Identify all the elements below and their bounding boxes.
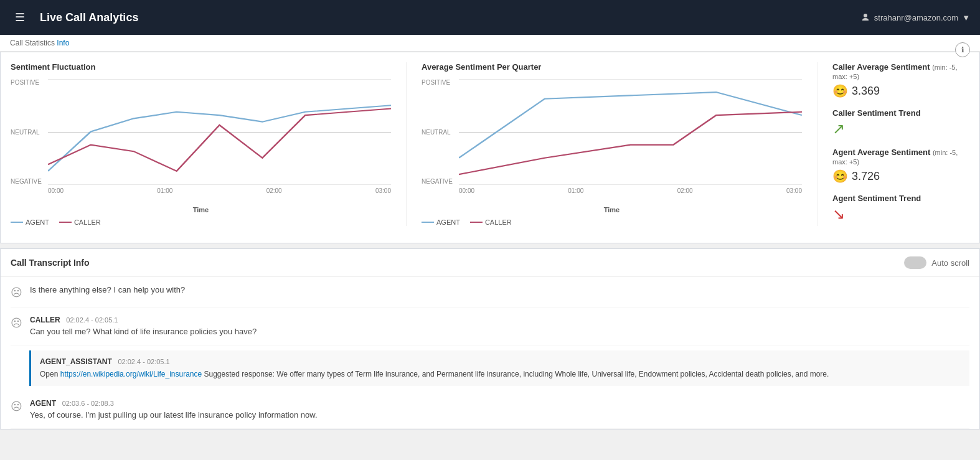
agent-trend-icon: ↘ — [832, 205, 969, 223]
sf-legend-caller-line — [59, 222, 72, 223]
as-y-labels: POSITIVE NEUTRAL NEGATIVE — [422, 79, 459, 185]
caller-trend-group: Caller Sentiment Trend ↗ — [832, 108, 969, 138]
transcript-icon-2: ☹ — [11, 316, 22, 330]
top-info-bar: Call Statistics Info — [0, 35, 980, 52]
agent-smiley-icon: 😊 — [832, 169, 848, 184]
sf-x-title: Time — [11, 206, 391, 214]
transcript-panel: Call Transcript Info Auto scroll ☹ Is th… — [0, 248, 980, 429]
app-header: ☰ Live Call Analytics strahanr@amazon.co… — [0, 0, 980, 35]
user-icon — [860, 12, 870, 22]
page-info-button[interactable]: ℹ — [955, 42, 970, 57]
user-email: strahanr@amazon.com — [874, 13, 958, 22]
caller-trend-label: Caller Sentiment Trend — [832, 108, 969, 118]
app-title: Live Call Analytics — [40, 11, 138, 24]
agent-assistant-block: AGENT_ASSISTANT 02:02.4 - 02:05.1 Open h… — [29, 350, 969, 386]
caller-smiley-icon: 😊 — [832, 83, 848, 98]
sentiment-fluctuation-title: Sentiment Fluctuation — [11, 62, 391, 72]
sf-legend-caller: CALLER — [59, 218, 101, 226]
sidebar-toggle-button[interactable]: ☰ — [10, 8, 30, 27]
agent-avg-group: Agent Average Sentiment (min: -5, max: +… — [832, 148, 969, 184]
assistant-meta: AGENT_ASSISTANT 02:02.4 - 02:05.1 — [40, 357, 961, 366]
toggle-slider — [904, 256, 926, 269]
avg-sentiment-title: Average Sentiment Per Quarter — [422, 62, 802, 72]
assistant-time: 02:02.4 - 02:05.1 — [118, 358, 169, 365]
transcript-item: ☹ Is there anything else? I can help you… — [11, 277, 969, 307]
transcript-body: ☹ Is there anything else? I can help you… — [1, 277, 979, 429]
transcript-header: Call Transcript Info Auto scroll — [1, 249, 979, 277]
agent-avg-label: Agent Average Sentiment (min: -5, max: +… — [832, 148, 969, 166]
as-caller-line — [459, 79, 802, 184]
caller-avg-value-row: 😊 3.369 — [832, 83, 969, 98]
as-legend-agent-line — [422, 222, 434, 223]
transcript-text-4: Yes, of course. I'm just pulling up our … — [30, 410, 969, 421]
transcript-text-1: Is there anything else? I can help you w… — [30, 285, 185, 294]
call-stats-label: Call Statistics — [10, 39, 57, 47]
transcript-meta-2: CALLER 02:02.4 - 02:05.1 — [30, 315, 969, 324]
auto-scroll-label: Auto scroll — [931, 258, 969, 268]
transcript-speaker-2: CALLER — [30, 316, 60, 324]
sf-x-labels: 00:00 01:00 02:00 03:00 — [48, 185, 391, 204]
as-legend-agent-label: AGENT — [436, 218, 460, 226]
main-content: Call Statistics Info Sentiment Fluctuati… — [0, 35, 980, 429]
sf-plot — [48, 79, 391, 185]
sf-legend-agent-label: AGENT — [26, 218, 49, 226]
sf-legend: AGENT CALLER — [11, 218, 391, 226]
auto-scroll-area: Auto scroll — [904, 256, 969, 269]
hamburger-icon: ☰ — [15, 11, 25, 24]
auto-scroll-toggle[interactable] — [904, 256, 926, 269]
agent-trend-group: Agent Sentiment Trend ↘ — [832, 194, 969, 223]
transcript-item: ☹ CALLER 02:02.4 - 02:05.1 Can you tell … — [11, 307, 969, 345]
as-legend-caller-label: CALLER — [485, 218, 512, 226]
sf-legend-caller-label: CALLER — [74, 218, 101, 226]
transcript-title-area: Call Transcript Info — [11, 258, 90, 268]
as-legend-caller-line — [470, 222, 483, 223]
as-x-labels: 00:00 01:00 02:00 03:00 — [459, 185, 802, 204]
sf-legend-agent-line — [11, 222, 23, 223]
call-stats-info-link[interactable]: Info — [57, 39, 69, 47]
agent-trend-label: Agent Sentiment Trend — [832, 194, 969, 203]
transcript-text-2: Can you tell me? What kind of life insur… — [30, 326, 969, 337]
as-plot — [459, 79, 802, 185]
transcript-time-4: 02:03.6 - 02:08.3 — [62, 400, 114, 407]
transcript-info-link[interactable]: Info — [73, 258, 90, 268]
as-legend-agent: AGENT — [422, 218, 460, 226]
transcript-icon-1: ☹ — [11, 286, 22, 299]
agent-avg-value-row: 😊 3.726 — [832, 169, 969, 184]
sf-legend-agent: AGENT — [11, 218, 49, 226]
sentiment-fluctuation-chart: POSITIVE NEUTRAL NEGATIVE — [11, 79, 391, 204]
transcript-content-4: AGENT 02:03.6 - 02:08.3 Yes, of course. … — [30, 398, 969, 421]
charts-panel: Sentiment Fluctuation POSITIVE NEUTRAL N… — [0, 52, 980, 243]
transcript-title: Call Transcript — [11, 258, 71, 268]
as-legend: AGENT CALLER — [422, 218, 802, 226]
transcript-content-2: CALLER 02:02.4 - 02:05.1 Can you tell me… — [30, 315, 969, 337]
avg-sentiment-chart: POSITIVE NEUTRAL NEGATIVE — [422, 79, 802, 204]
caller-trend-icon: ↗ — [832, 120, 969, 138]
dropdown-arrow-icon: ▼ — [962, 13, 970, 22]
assistant-text: Open https://en.wikipedia.org/wiki/Life_… — [40, 368, 961, 380]
sf-y-labels: POSITIVE NEUTRAL NEGATIVE — [11, 79, 48, 185]
charts-row: Sentiment Fluctuation POSITIVE NEUTRAL N… — [11, 62, 969, 233]
sf-caller-line — [48, 79, 391, 184]
assistant-speaker: AGENT_ASSISTANT — [40, 357, 112, 366]
assistant-wiki-link[interactable]: https://en.wikipedia.org/wiki/Life_insur… — [60, 370, 202, 378]
caller-avg-label: Caller Average Sentiment (min: -5, max: … — [832, 62, 969, 81]
transcript-content-1: Is there anything else? I can help you w… — [30, 284, 969, 296]
transcript-icon-4: ☹ — [11, 400, 22, 413]
as-legend-caller: CALLER — [470, 218, 512, 226]
transcript-time-2: 02:02.4 - 02:05.1 — [66, 316, 118, 324]
agent-avg-number: 3.726 — [852, 170, 880, 183]
transcript-speaker-4: AGENT — [30, 399, 56, 408]
sentiment-stats-panel: Caller Average Sentiment (min: -5, max: … — [832, 62, 969, 233]
as-x-title: Time — [422, 206, 802, 214]
caller-avg-number: 3.369 — [852, 85, 880, 98]
sentiment-fluctuation-section: Sentiment Fluctuation POSITIVE NEUTRAL N… — [11, 62, 407, 226]
transcript-item: ☹ AGENT 02:03.6 - 02:08.3 Yes, of course… — [11, 391, 969, 429]
user-menu[interactable]: strahanr@amazon.com ▼ — [860, 12, 970, 22]
transcript-meta-4: AGENT 02:03.6 - 02:08.3 — [30, 398, 969, 408]
caller-avg-group: Caller Average Sentiment (min: -5, max: … — [832, 62, 969, 98]
avg-sentiment-section: Average Sentiment Per Quarter POSITIVE N… — [422, 62, 817, 226]
